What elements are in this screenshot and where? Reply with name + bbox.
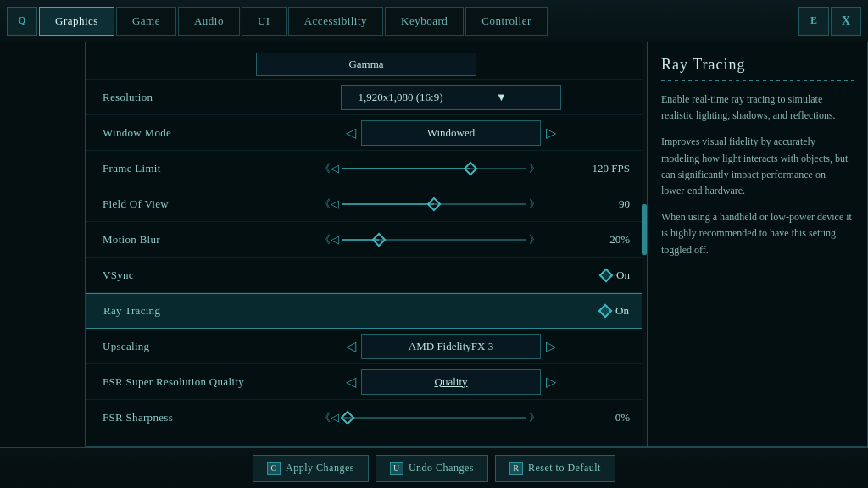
motion-blur-dbl-left[interactable]: 《 [320, 232, 331, 247]
vsync-toggle[interactable]: On [601, 269, 630, 282]
fsr-sharpness-slider: 《 ◁ 》 [320, 405, 540, 430]
reset-key-badge: R [509, 462, 523, 475]
left-margin [0, 42, 42, 447]
ray-tracing-diamond-icon [598, 304, 613, 319]
info-text-1: Enable real-time ray tracing to simulate… [661, 92, 854, 124]
motion-blur-row: Motion Blur 《 ◁ 》 20% [86, 222, 647, 258]
window-mode-value: Windowed [361, 120, 541, 146]
tab-keyboard[interactable]: Keyboard [385, 7, 464, 36]
frame-limit-left[interactable]: ◁ [331, 162, 339, 175]
fsr-quality-prev[interactable]: ◁ [341, 369, 361, 395]
info-text-2: Improves visual fidelity by accurately m… [661, 134, 854, 199]
ray-tracing-toggle[interactable]: On [600, 304, 629, 318]
fsr-quality-value: Quality [361, 369, 541, 395]
ray-tracing-value: On [615, 304, 629, 318]
motion-blur-right[interactable]: 》 [529, 232, 540, 247]
fov-left[interactable]: ◁ [331, 197, 339, 211]
frame-limit-right[interactable]: 》 [529, 161, 540, 176]
fsr-sharpness-track[interactable] [342, 417, 526, 419]
fsr-sharpness-row: FSR Sharpness 《 ◁ 》 0% [86, 400, 647, 435]
undo-key-badge: U [390, 462, 403, 475]
apply-key-badge: C [267, 462, 281, 475]
window-mode-prev[interactable]: ◁ [341, 120, 361, 146]
vsync-label: VSync [103, 269, 272, 282]
gamma-row: Gamma [86, 49, 647, 80]
fsr-quality-selector: ◁ Quality ▷ [341, 369, 561, 395]
fsr-sharpness-right[interactable]: 》 [529, 410, 540, 425]
frame-limit-control: 《 ◁ 》 [272, 156, 587, 181]
vsync-row: VSync On [86, 258, 647, 293]
motion-blur-value: 20% [587, 233, 630, 247]
tab-accessibility[interactable]: Accessibility [288, 7, 383, 36]
resolution-control[interactable]: 1,920x1,080 (16:9) ▼ [272, 85, 630, 110]
reset-to-default-button[interactable]: R Reset to Default [495, 455, 615, 482]
fov-fill [342, 203, 434, 205]
fsr-sharpness-label: FSR Sharpness [103, 411, 272, 424]
tab-audio[interactable]: Audio [178, 7, 240, 36]
frame-limit-track[interactable] [342, 168, 526, 169]
reset-to-default-label: Reset to Default [528, 462, 601, 474]
frame-limit-dbl-left[interactable]: 《 [320, 161, 331, 176]
fov-control: 《 ◁ 》 [272, 191, 587, 217]
resolution-dropdown[interactable]: 1,920x1,080 (16:9) ▼ [341, 85, 561, 110]
fsr-sharpness-control: 《 ◁ 》 [272, 405, 587, 430]
fov-slider: 《 ◁ 》 [320, 191, 540, 217]
upscaling-prev[interactable]: ◁ [341, 334, 361, 359]
frame-limit-value: 120 FPS [587, 162, 630, 175]
info-title: Ray Tracing [661, 56, 854, 74]
motion-blur-thumb[interactable] [372, 232, 387, 247]
fsr-quality-next[interactable]: ▷ [541, 369, 561, 395]
main-area: Gamma Resolution 1,920x1,080 (16:9) ▼ Wi… [0, 42, 868, 447]
ray-tracing-row[interactable]: Ray Tracing On [86, 293, 647, 329]
fov-row: Field Of View 《 ◁ 》 90 [86, 186, 647, 222]
settings-panel: Gamma Resolution 1,920x1,080 (16:9) ▼ Wi… [85, 42, 648, 447]
fov-dbl-left[interactable]: 《 [320, 197, 331, 212]
ray-tracing-label: Ray Tracing [103, 304, 273, 318]
fsr-quality-row: FSR Super Resolution Quality ◁ Quality ▷ [86, 364, 647, 400]
fsr-sharpness-value: 0% [587, 411, 630, 424]
fsr-sharpness-thumb[interactable] [341, 410, 355, 424]
tab-game[interactable]: Game [116, 7, 176, 36]
scroll-thumb[interactable] [642, 204, 647, 255]
gamma-control: Gamma [256, 53, 476, 76]
tab-graphics[interactable]: Graphics [39, 7, 114, 36]
fov-right[interactable]: 》 [529, 197, 540, 212]
frame-limit-thumb[interactable] [464, 161, 478, 175]
close-button[interactable]: X [831, 7, 861, 36]
resolution-row: Resolution 1,920x1,080 (16:9) ▼ [86, 80, 647, 115]
nav-left-button[interactable]: Q [7, 7, 37, 36]
upscaling-value: AMD FidelityFX 3 [361, 334, 541, 359]
fov-track[interactable] [342, 203, 526, 205]
vsync-value: On [616, 269, 630, 282]
motion-blur-label: Motion Blur [103, 233, 272, 247]
upscaling-next[interactable]: ▷ [541, 334, 561, 359]
fov-label: Field Of View [103, 197, 272, 211]
motion-blur-slider: 《 ◁ 》 [320, 227, 540, 252]
nav-bar: Q Graphics Game Audio UI Accessibility K… [0, 0, 868, 42]
undo-changes-button[interactable]: U Undo Changes [376, 455, 488, 482]
tab-ui[interactable]: UI [242, 7, 287, 36]
apply-changes-label: Apply Changes [286, 462, 354, 474]
resolution-label: Resolution [103, 91, 272, 104]
gamma-label: Gamma [257, 58, 476, 71]
window-mode-label: Window Mode [103, 126, 272, 140]
undo-changes-label: Undo Changes [409, 462, 474, 474]
window-mode-next[interactable]: ▷ [541, 120, 561, 146]
settings-scroll: Gamma Resolution 1,920x1,080 (16:9) ▼ Wi… [86, 42, 647, 446]
scrollbar[interactable] [642, 42, 647, 446]
fsr-quality-control: ◁ Quality ▷ [272, 369, 630, 395]
apply-changes-button[interactable]: C Apply Changes [253, 455, 369, 482]
fsr-sharpness-dbl-left[interactable]: 《 [320, 410, 331, 425]
info-text-3: When using a handheld or low-power devic… [661, 209, 854, 258]
fsr-sharpness-left[interactable]: ◁ [331, 411, 339, 424]
fov-thumb[interactable] [427, 197, 442, 211]
tab-controller[interactable]: Controller [465, 7, 547, 36]
upscaling-label: Upscaling [103, 340, 272, 353]
fsr-quality-label: FSR Super Resolution Quality [103, 375, 272, 389]
frame-limit-fill [342, 168, 470, 169]
motion-blur-left[interactable]: ◁ [331, 233, 339, 247]
fov-value: 90 [587, 197, 630, 211]
motion-blur-track[interactable] [342, 239, 526, 241]
frame-limit-label: Frame Limit [103, 162, 272, 175]
nav-right-button[interactable]: E [798, 7, 829, 36]
